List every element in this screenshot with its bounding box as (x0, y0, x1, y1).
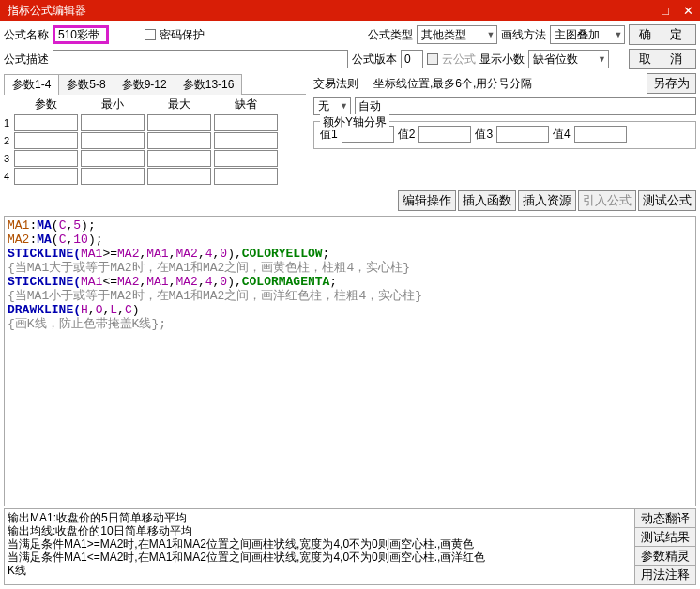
close-icon[interactable]: ✕ (679, 3, 696, 18)
param-def-3[interactable] (214, 150, 278, 167)
maximize-icon[interactable]: □ (657, 3, 674, 18)
label-dec: 显示小数 (479, 52, 525, 68)
param-hdr: 最小 (81, 97, 145, 114)
tab-params-1-4[interactable]: 参数1-4 (4, 74, 59, 95)
tab-params-9-12[interactable]: 参数9-12 (114, 74, 175, 95)
password-checkbox[interactable]: 密码保护 (145, 27, 205, 43)
formula-name-input[interactable] (53, 25, 109, 44)
dyntrans-button[interactable]: 动态翻译 (635, 509, 695, 528)
label-draw: 画线方法 (501, 27, 546, 43)
param-name-2[interactable] (14, 132, 78, 149)
val2-input[interactable] (418, 126, 471, 143)
usage-button[interactable]: 用法注释 (635, 566, 695, 584)
output-panel: 输出MA1:收盘价的5日简单移动平均 输出均线:收盘价的10日简单移动平均 当满… (5, 509, 634, 584)
param-name-1[interactable] (14, 114, 78, 131)
label-ver: 公式版本 (352, 52, 397, 68)
param-min-1[interactable] (81, 114, 145, 131)
param-def-4[interactable] (214, 168, 278, 185)
draw-method-select[interactable]: 主图叠加▼ (550, 25, 625, 44)
extra-y-fieldset: 额外Y轴分界 值1 值2 值3 值4 (313, 121, 696, 149)
window-title: 指标公式编辑器 (4, 3, 86, 19)
edit-button[interactable]: 编辑操作 (398, 190, 456, 211)
rule-select[interactable]: 无▼ (313, 97, 351, 115)
title-bar: 指标公式编辑器 □ ✕ (0, 0, 700, 21)
formula-type-select[interactable]: 其他类型▼ (417, 25, 497, 44)
import-button[interactable]: 引入公式 (578, 190, 636, 211)
param-def-2[interactable] (214, 132, 278, 149)
param-name-3[interactable] (14, 150, 78, 167)
tab-params-13-16[interactable]: 参数13-16 (175, 74, 243, 95)
saveas-button[interactable]: 另存为 (647, 73, 696, 94)
val4-input[interactable] (574, 126, 627, 143)
chevron-down-icon: ▼ (340, 101, 348, 111)
testres-button[interactable]: 测试结果 (635, 528, 695, 547)
label-desc: 公式描述 (4, 52, 49, 68)
label-coord: 坐标线位置,最多6个,用分号分隔 (373, 76, 532, 92)
val3-input[interactable] (496, 126, 549, 143)
tab-params-5-8[interactable]: 参数5-8 (58, 74, 114, 95)
param-hdr: 参数 (14, 97, 78, 114)
chevron-down-icon: ▼ (486, 30, 495, 39)
param-max-1[interactable] (147, 114, 211, 131)
insert-res-button[interactable]: 插入资源 (518, 190, 576, 211)
label-name: 公式名称 (4, 27, 49, 43)
param-tabs: 参数1-4 参数5-8 参数9-12 参数13-16 (4, 73, 306, 95)
cloud-checkbox: 云公式 (427, 52, 476, 68)
param-name-4[interactable] (14, 168, 78, 185)
chevron-down-icon: ▼ (598, 54, 606, 64)
ok-button[interactable]: 确 定 (629, 24, 696, 45)
paramwizard-button[interactable]: 参数精灵 (635, 547, 695, 566)
insert-fn-button[interactable]: 插入函数 (458, 190, 516, 211)
param-hdr: 最大 (147, 97, 211, 114)
coord-input[interactable] (355, 97, 696, 115)
param-max-2[interactable] (147, 132, 211, 149)
cancel-button[interactable]: 取 消 (629, 49, 696, 69)
chevron-down-icon: ▼ (614, 30, 622, 39)
param-min-2[interactable] (81, 132, 145, 149)
label-rule: 交易法则 (313, 76, 358, 92)
decimal-select[interactable]: 缺省位数▼ (528, 50, 609, 68)
version-input[interactable] (401, 50, 423, 68)
param-def-1[interactable] (214, 114, 278, 131)
param-min-3[interactable] (81, 150, 145, 167)
label-type: 公式类型 (368, 27, 413, 43)
formula-desc-input[interactable] (53, 50, 348, 68)
code-editor[interactable]: MA1:MA(C,5); MA2:MA(C,10); STICKLINE(MA1… (4, 216, 696, 506)
param-max-3[interactable] (147, 150, 211, 167)
test-button[interactable]: 测试公式 (638, 190, 696, 211)
param-max-4[interactable] (147, 168, 211, 185)
param-hdr: 缺省 (214, 97, 278, 114)
param-min-4[interactable] (81, 168, 145, 185)
